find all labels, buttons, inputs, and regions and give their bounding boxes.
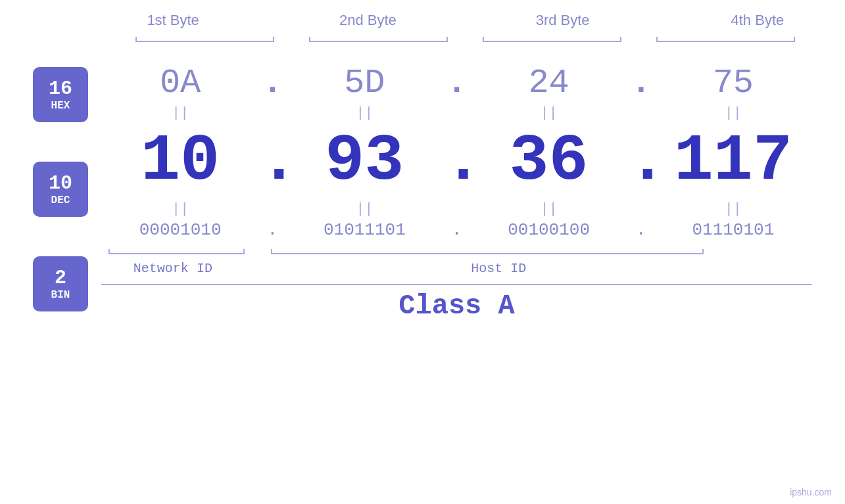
dec-val-3: 36: [470, 129, 628, 195]
bin-dot-1: .: [259, 220, 285, 240]
dec-val-4: 117: [654, 129, 812, 195]
network-id-label: Network ID: [101, 261, 245, 276]
bracket-3: [466, 34, 639, 47]
hex-val-4: 75: [654, 64, 812, 103]
watermark: ipshu.com: [790, 487, 832, 497]
main-content: 16 HEX 10 DEC 2 BIN 0A . 5D . 24 . 75: [33, 54, 812, 504]
dec-dot-1: .: [259, 124, 285, 198]
class-line: [101, 284, 812, 285]
bin-row: 00001010 . 01011101 . 00100100 . 0111010…: [101, 220, 812, 240]
bin-val-4: 01110101: [654, 220, 812, 240]
dec-row: 10 . 93 . 36 . 117: [101, 124, 812, 198]
hex-val-3: 24: [470, 64, 628, 103]
top-brackets: [118, 34, 812, 47]
byte-headers: 1st Byte 2nd Byte 3rd Byte 4th Byte: [76, 0, 845, 29]
bin-val-1: 00001010: [101, 220, 259, 240]
eq-2c: ||: [470, 201, 628, 218]
hex-val-1: 0A: [101, 64, 259, 103]
hex-label: HEX: [51, 100, 70, 112]
hex-val-2: 5D: [285, 64, 443, 103]
dec-dot-3: .: [628, 124, 654, 198]
eq-2d: ||: [654, 201, 812, 218]
dot-3: .: [628, 64, 654, 103]
class-label: Class A: [101, 290, 812, 322]
id-labels: Network ID Host ID: [101, 261, 727, 276]
hex-row: 0A . 5D . 24 . 75: [101, 64, 812, 103]
eq-2a: ||: [101, 201, 259, 218]
values-area: 0A . 5D . 24 . 75 || || || || 10: [101, 54, 812, 322]
byte-2-header: 2nd Byte: [270, 12, 465, 29]
base-labels: 16 HEX 10 DEC 2 BIN: [33, 54, 88, 311]
byte-4-header: 4th Byte: [660, 12, 845, 29]
eq-1b: ||: [285, 105, 443, 122]
dec-number: 10: [49, 173, 72, 195]
bin-badge: 2 BIN: [33, 256, 88, 311]
bottom-brackets-section: Network ID Host ID: [101, 243, 727, 276]
class-section: Class A: [101, 284, 812, 322]
bracket-1: [118, 34, 292, 47]
equals-row-2: || || || ||: [101, 201, 812, 218]
bin-val-2: 01011101: [285, 220, 443, 240]
bin-label: BIN: [51, 289, 70, 301]
hex-number: 16: [49, 78, 72, 100]
net-bracket: [101, 243, 245, 258]
host-id-label: Host ID: [271, 261, 727, 276]
bin-dot-3: .: [628, 220, 654, 240]
dot-2: .: [444, 64, 470, 103]
dec-dot-2: .: [444, 124, 470, 198]
bracket-4: [639, 34, 812, 47]
bracket-2: [292, 34, 466, 47]
dec-val-1: 10: [101, 129, 259, 195]
dec-val-2: 93: [285, 129, 443, 195]
bin-val-3: 00100100: [470, 220, 628, 240]
dec-label: DEC: [51, 195, 70, 206]
eq-1a: ||: [101, 105, 259, 122]
eq-1c: ||: [470, 105, 628, 122]
dot-1: .: [259, 64, 285, 103]
dec-badge: 10 DEC: [33, 162, 88, 217]
bin-dot-2: .: [444, 220, 470, 240]
byte-3-header: 3rd Byte: [466, 12, 660, 29]
eq-2b: ||: [285, 201, 443, 218]
bottom-brackets: [101, 243, 727, 258]
bin-number: 2: [55, 267, 66, 289]
host-bracket: [271, 243, 727, 258]
hex-badge: 16 HEX: [33, 67, 88, 122]
byte-1-header: 1st Byte: [76, 12, 270, 29]
equals-row-1: || || || ||: [101, 105, 812, 122]
eq-1d: ||: [654, 105, 812, 122]
main-container: 1st Byte 2nd Byte 3rd Byte 4th Byte 16 H…: [0, 0, 845, 504]
